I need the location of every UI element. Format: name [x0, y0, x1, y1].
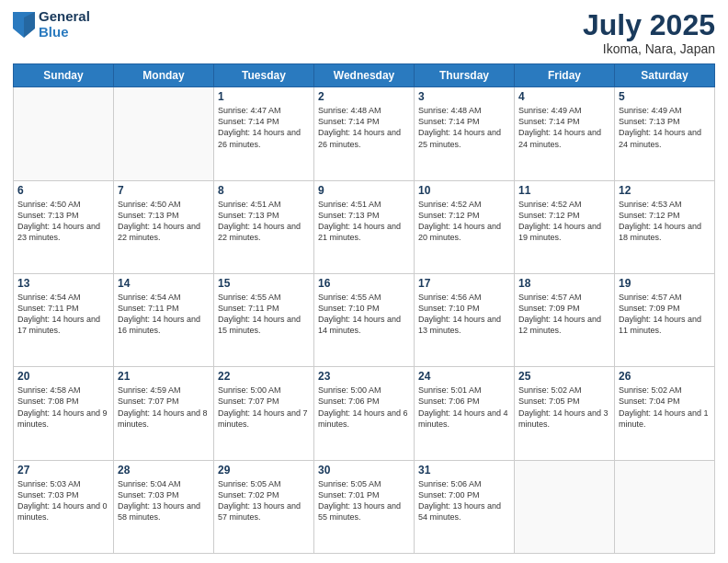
logo-blue-text: Blue	[39, 25, 90, 40]
day-info-14: Sunrise: 4:54 AMSunset: 7:11 PMDaylight:…	[118, 292, 210, 337]
calendar-cell-2-4: 17Sunrise: 4:56 AMSunset: 7:10 PMDayligh…	[415, 273, 515, 366]
calendar-cell-2-2: 15Sunrise: 4:55 AMSunset: 7:11 PMDayligh…	[214, 273, 314, 366]
calendar-cell-1-5: 11Sunrise: 4:52 AMSunset: 7:12 PMDayligh…	[515, 180, 615, 273]
calendar-cell-0-0	[14, 87, 114, 180]
day-info-18: Sunrise: 4:57 AMSunset: 7:09 PMDaylight:…	[518, 292, 610, 337]
day-info-30: Sunrise: 5:05 AMSunset: 7:01 PMDaylight:…	[318, 478, 410, 523]
calendar-cell-3-1: 21Sunrise: 4:59 AMSunset: 7:07 PMDayligh…	[114, 367, 214, 460]
day-number-3: 3	[418, 90, 510, 103]
day-info-1: Sunrise: 4:47 AMSunset: 7:14 PMDaylight:…	[218, 105, 310, 150]
calendar-table: Sunday Monday Tuesday Wednesday Thursday…	[13, 63, 715, 554]
page: General Blue July 2025 Ikoma, Nara, Japa…	[0, 0, 728, 563]
calendar-cell-0-1	[114, 87, 214, 180]
header-friday: Friday	[515, 64, 615, 87]
day-number-15: 15	[218, 277, 310, 290]
day-number-4: 4	[518, 90, 610, 103]
day-number-16: 16	[318, 277, 410, 290]
calendar-cell-3-5: 25Sunrise: 5:02 AMSunset: 7:05 PMDayligh…	[515, 367, 615, 460]
day-number-18: 18	[518, 277, 610, 290]
day-number-5: 5	[619, 90, 711, 103]
calendar-cell-1-6: 12Sunrise: 4:53 AMSunset: 7:12 PMDayligh…	[615, 180, 715, 273]
day-info-3: Sunrise: 4:48 AMSunset: 7:14 PMDaylight:…	[418, 105, 510, 150]
header-saturday: Saturday	[615, 64, 715, 87]
logo-icon	[13, 12, 35, 38]
day-info-17: Sunrise: 4:56 AMSunset: 7:10 PMDaylight:…	[418, 292, 510, 337]
day-info-10: Sunrise: 4:52 AMSunset: 7:12 PMDaylight:…	[418, 199, 510, 244]
day-info-11: Sunrise: 4:52 AMSunset: 7:12 PMDaylight:…	[518, 199, 610, 244]
header-wednesday: Wednesday	[314, 64, 415, 87]
day-number-28: 28	[118, 464, 210, 477]
day-info-26: Sunrise: 5:02 AMSunset: 7:04 PMDaylight:…	[619, 385, 711, 430]
day-number-29: 29	[218, 464, 310, 477]
day-number-10: 10	[418, 184, 510, 197]
title-block: July 2025 Ikoma, Nara, Japan	[583, 9, 715, 56]
day-number-25: 25	[518, 370, 610, 383]
day-info-4: Sunrise: 4:49 AMSunset: 7:14 PMDaylight:…	[518, 105, 610, 150]
day-number-23: 23	[318, 370, 410, 383]
calendar-cell-1-2: 8Sunrise: 4:51 AMSunset: 7:13 PMDaylight…	[214, 180, 314, 273]
calendar-cell-1-4: 10Sunrise: 4:52 AMSunset: 7:12 PMDayligh…	[415, 180, 515, 273]
day-info-29: Sunrise: 5:05 AMSunset: 7:02 PMDaylight:…	[218, 478, 310, 523]
calendar-cell-4-6	[615, 460, 715, 553]
calendar-cell-3-4: 24Sunrise: 5:01 AMSunset: 7:06 PMDayligh…	[415, 367, 515, 460]
calendar-cell-1-0: 6Sunrise: 4:50 AMSunset: 7:13 PMDaylight…	[14, 180, 114, 273]
calendar-cell-0-4: 3Sunrise: 4:48 AMSunset: 7:14 PMDaylight…	[415, 87, 515, 180]
day-info-12: Sunrise: 4:53 AMSunset: 7:12 PMDaylight:…	[619, 199, 711, 244]
day-info-15: Sunrise: 4:55 AMSunset: 7:11 PMDaylight:…	[218, 292, 310, 337]
day-number-7: 7	[118, 184, 210, 197]
calendar-cell-0-3: 2Sunrise: 4:48 AMSunset: 7:14 PMDaylight…	[314, 87, 415, 180]
logo-text: General Blue	[39, 9, 90, 40]
calendar-cell-0-5: 4Sunrise: 4:49 AMSunset: 7:14 PMDaylight…	[515, 87, 615, 180]
day-number-17: 17	[418, 277, 510, 290]
calendar-cell-2-3: 16Sunrise: 4:55 AMSunset: 7:10 PMDayligh…	[314, 273, 415, 366]
day-number-26: 26	[619, 370, 711, 383]
day-info-21: Sunrise: 4:59 AMSunset: 7:07 PMDaylight:…	[118, 385, 210, 430]
day-number-19: 19	[619, 277, 711, 290]
day-info-25: Sunrise: 5:02 AMSunset: 7:05 PMDaylight:…	[518, 385, 610, 430]
calendar-cell-4-2: 29Sunrise: 5:05 AMSunset: 7:02 PMDayligh…	[214, 460, 314, 553]
calendar-cell-4-5	[515, 460, 615, 553]
day-number-9: 9	[318, 184, 410, 197]
calendar-cell-1-1: 7Sunrise: 4:50 AMSunset: 7:13 PMDaylight…	[114, 180, 214, 273]
day-number-8: 8	[218, 184, 310, 197]
month-title: July 2025	[583, 9, 715, 41]
day-info-20: Sunrise: 4:58 AMSunset: 7:08 PMDaylight:…	[17, 385, 109, 430]
day-info-16: Sunrise: 4:55 AMSunset: 7:10 PMDaylight:…	[318, 292, 410, 337]
calendar-cell-0-6: 5Sunrise: 4:49 AMSunset: 7:13 PMDaylight…	[615, 87, 715, 180]
day-number-12: 12	[619, 184, 711, 197]
day-number-14: 14	[118, 277, 210, 290]
day-info-24: Sunrise: 5:01 AMSunset: 7:06 PMDaylight:…	[418, 385, 510, 430]
day-info-31: Sunrise: 5:06 AMSunset: 7:00 PMDaylight:…	[418, 478, 510, 523]
day-number-24: 24	[418, 370, 510, 383]
header-monday: Monday	[114, 64, 214, 87]
day-info-22: Sunrise: 5:00 AMSunset: 7:07 PMDaylight:…	[218, 385, 310, 430]
day-info-2: Sunrise: 4:48 AMSunset: 7:14 PMDaylight:…	[318, 105, 410, 150]
header-sunday: Sunday	[14, 64, 114, 87]
week-row-2: 13Sunrise: 4:54 AMSunset: 7:11 PMDayligh…	[14, 273, 715, 366]
day-number-30: 30	[318, 464, 410, 477]
day-info-19: Sunrise: 4:57 AMSunset: 7:09 PMDaylight:…	[619, 292, 711, 337]
day-number-1: 1	[218, 90, 310, 103]
calendar-cell-2-1: 14Sunrise: 4:54 AMSunset: 7:11 PMDayligh…	[114, 273, 214, 366]
logo-general-text: General	[39, 9, 90, 25]
calendar-cell-4-4: 31Sunrise: 5:06 AMSunset: 7:00 PMDayligh…	[415, 460, 515, 553]
calendar-cell-3-2: 22Sunrise: 5:00 AMSunset: 7:07 PMDayligh…	[214, 367, 314, 460]
week-row-4: 27Sunrise: 5:03 AMSunset: 7:03 PMDayligh…	[14, 460, 715, 553]
day-info-6: Sunrise: 4:50 AMSunset: 7:13 PMDaylight:…	[17, 199, 109, 244]
calendar-cell-4-3: 30Sunrise: 5:05 AMSunset: 7:01 PMDayligh…	[314, 460, 415, 553]
day-number-21: 21	[118, 370, 210, 383]
day-number-22: 22	[218, 370, 310, 383]
calendar-cell-4-1: 28Sunrise: 5:04 AMSunset: 7:03 PMDayligh…	[114, 460, 214, 553]
day-info-5: Sunrise: 4:49 AMSunset: 7:13 PMDaylight:…	[619, 105, 711, 150]
day-info-9: Sunrise: 4:51 AMSunset: 7:13 PMDaylight:…	[318, 199, 410, 244]
calendar-cell-0-2: 1Sunrise: 4:47 AMSunset: 7:14 PMDaylight…	[214, 87, 314, 180]
calendar-cell-3-0: 20Sunrise: 4:58 AMSunset: 7:08 PMDayligh…	[14, 367, 114, 460]
logo: General Blue	[13, 9, 90, 40]
header: General Blue July 2025 Ikoma, Nara, Japa…	[13, 9, 715, 56]
day-number-6: 6	[17, 184, 109, 197]
day-number-20: 20	[17, 370, 109, 383]
day-info-8: Sunrise: 4:51 AMSunset: 7:13 PMDaylight:…	[218, 199, 310, 244]
calendar-cell-2-5: 18Sunrise: 4:57 AMSunset: 7:09 PMDayligh…	[515, 273, 615, 366]
week-row-0: 1Sunrise: 4:47 AMSunset: 7:14 PMDaylight…	[14, 87, 715, 180]
calendar-cell-3-3: 23Sunrise: 5:00 AMSunset: 7:06 PMDayligh…	[314, 367, 415, 460]
